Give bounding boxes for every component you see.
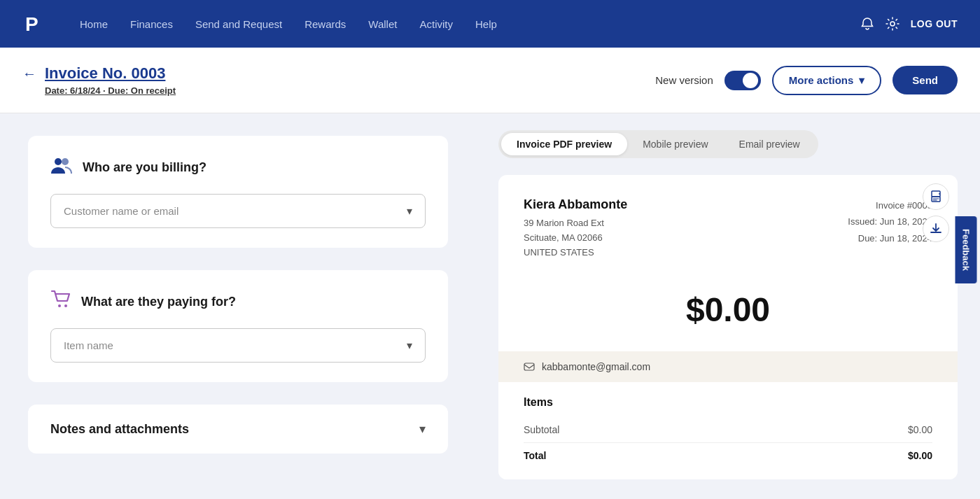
invoice-meta: Date: 6/18/24 · Due: On receipt bbox=[45, 85, 176, 96]
customer-dropdown[interactable]: Customer name or email ▾ bbox=[50, 194, 426, 228]
subtotal-value: $0.00 bbox=[908, 424, 932, 435]
nav-help[interactable]: Help bbox=[465, 13, 507, 36]
billing-title: Who are you billing? bbox=[83, 160, 206, 175]
notes-section[interactable]: Notes and attachments ▾ bbox=[28, 405, 448, 454]
navbar: P Home Finances Send and Request Rewards… bbox=[0, 0, 980, 48]
svg-point-4 bbox=[58, 304, 61, 307]
main-content: Who are you billing? Customer name or em… bbox=[0, 113, 980, 499]
svg-point-3 bbox=[62, 158, 69, 165]
item-chevron-icon: ▾ bbox=[407, 339, 412, 352]
notes-title: Notes and attachments bbox=[50, 422, 189, 437]
item-placeholder: Item name bbox=[64, 339, 113, 351]
recipient-address: 39 Marion Road Ext Scituate, MA 02066 UN… bbox=[524, 216, 627, 260]
invoice-preview: Kiera Abbamonte 39 Marion Road Ext Scitu… bbox=[498, 175, 958, 479]
new-version-label: New version bbox=[655, 74, 713, 86]
left-panel: Who are you billing? Customer name or em… bbox=[0, 113, 476, 499]
right-panel: Invoice PDF preview Mobile preview Email… bbox=[476, 113, 980, 499]
svg-point-5 bbox=[64, 304, 67, 307]
billing-icon bbox=[50, 155, 73, 180]
new-version-toggle[interactable]: ✓ bbox=[724, 71, 761, 90]
item-dropdown[interactable]: Item name ▾ bbox=[50, 328, 426, 363]
preview-tabs: Invoice PDF preview Mobile preview Email… bbox=[498, 130, 818, 158]
nav-wallet[interactable]: Wallet bbox=[358, 13, 407, 36]
subtotal-row: Subtotal $0.00 bbox=[524, 420, 932, 440]
total-row: Total $0.00 bbox=[524, 442, 932, 465]
cart-icon bbox=[50, 290, 71, 314]
tab-email-preview[interactable]: Email preview bbox=[724, 133, 816, 155]
invoice-info: Invoice No. 0003 Date: 6/18/24 · Due: On… bbox=[45, 64, 176, 96]
nav-links: Home Finances Send and Request Rewards W… bbox=[70, 13, 860, 36]
recipient-info: Kiera Abbamonte 39 Marion Road Ext Scitu… bbox=[524, 197, 627, 260]
svg-point-1 bbox=[890, 22, 895, 26]
chevron-down-icon: ▾ bbox=[859, 74, 864, 87]
invoice-title: Invoice No. 0003 bbox=[45, 64, 176, 83]
nav-send-request[interactable]: Send and Request bbox=[186, 13, 292, 36]
invoice-meta-right: Invoice #0003 Issued: Jun 18, 2024 Due: … bbox=[848, 197, 932, 246]
subtotal-label: Subtotal bbox=[524, 424, 559, 435]
customer-chevron-icon: ▾ bbox=[407, 204, 412, 218]
header-right: New version ✓ More actions ▾ Send bbox=[655, 66, 958, 95]
tab-mobile-preview[interactable]: Mobile preview bbox=[627, 133, 723, 155]
items-header: What are they paying for? bbox=[50, 290, 426, 314]
more-actions-button[interactable]: More actions ▾ bbox=[772, 66, 882, 95]
invoice-header-section: Kiera Abbamonte 39 Marion Road Ext Scitu… bbox=[498, 175, 958, 279]
items-section-title: Items bbox=[524, 396, 932, 409]
logout-button[interactable]: LOG OUT bbox=[911, 18, 958, 29]
recipient-name: Kiera Abbamonte bbox=[524, 197, 627, 212]
print-button[interactable] bbox=[923, 183, 949, 210]
download-button[interactable] bbox=[923, 216, 949, 242]
nav-rewards[interactable]: Rewards bbox=[295, 13, 356, 36]
nav-activity[interactable]: Activity bbox=[410, 13, 463, 36]
total-label: Total bbox=[524, 450, 546, 461]
nav-right: LOG OUT bbox=[860, 17, 958, 31]
paypal-logo: P bbox=[22, 11, 48, 36]
nav-finances[interactable]: Finances bbox=[120, 13, 183, 36]
svg-rect-9 bbox=[524, 363, 534, 370]
notes-chevron-icon: ▾ bbox=[419, 421, 426, 437]
invoice-preview-actions bbox=[923, 183, 949, 242]
svg-text:P: P bbox=[25, 13, 38, 35]
header-left: ← Invoice No. 0003 Date: 6/18/24 · Due: … bbox=[22, 64, 176, 96]
svg-point-8 bbox=[939, 193, 940, 195]
feedback-tab[interactable]: Feedback bbox=[955, 216, 977, 283]
notifications-icon[interactable] bbox=[860, 17, 874, 31]
billing-header: Who are you billing? bbox=[50, 155, 426, 180]
invoice-amount: $0.00 bbox=[498, 279, 958, 351]
nav-home[interactable]: Home bbox=[70, 13, 118, 36]
customer-placeholder: Customer name or email bbox=[64, 205, 178, 217]
tab-invoice-pdf[interactable]: Invoice PDF preview bbox=[501, 133, 627, 155]
send-button[interactable]: Send bbox=[892, 66, 958, 94]
page-header: ← Invoice No. 0003 Date: 6/18/24 · Due: … bbox=[0, 48, 980, 113]
settings-icon[interactable] bbox=[886, 17, 899, 31]
svg-point-2 bbox=[55, 158, 62, 165]
items-section: What are they paying for? Item name ▾ bbox=[28, 270, 448, 382]
invoice-email-bar: kabbamonte@gmail.com bbox=[498, 351, 958, 382]
total-value: $0.00 bbox=[908, 450, 932, 461]
billing-section: Who are you billing? Customer name or em… bbox=[28, 136, 448, 248]
back-button[interactable]: ← bbox=[22, 66, 36, 82]
invoice-items-section: Items Subtotal $0.00 Total $0.00 bbox=[498, 382, 958, 479]
recipient-email: kabbamonte@gmail.com bbox=[542, 361, 650, 372]
items-title: What are they paying for? bbox=[81, 295, 236, 309]
